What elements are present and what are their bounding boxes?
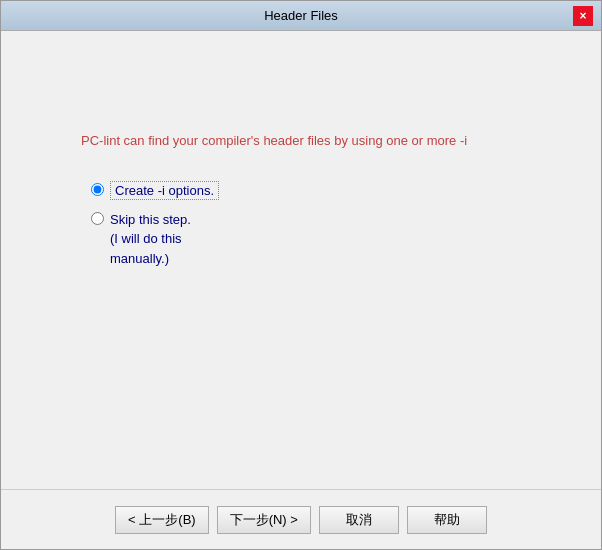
cancel-button[interactable]: 取消 xyxy=(319,506,399,534)
close-button[interactable]: × xyxy=(573,6,593,26)
help-button[interactable]: 帮助 xyxy=(407,506,487,534)
option2-label[interactable]: Skip this step. (I will do this manually… xyxy=(91,210,521,269)
description-text: PC-lint can find your compiler's header … xyxy=(81,131,521,151)
options-container: Create -i options. Skip this step. (I wi… xyxy=(91,181,521,269)
next-button[interactable]: 下一步(N) > xyxy=(217,506,311,534)
window-title: Header Files xyxy=(29,8,573,23)
option2-text: Skip this step. (I will do this manually… xyxy=(110,210,191,269)
option2-radio[interactable] xyxy=(91,212,104,225)
footer: < 上一步(B) 下一步(N) > 取消 帮助 xyxy=(1,489,601,549)
option1-text: Create -i options. xyxy=(110,181,219,200)
option1-radio[interactable] xyxy=(91,183,104,196)
back-button[interactable]: < 上一步(B) xyxy=(115,506,209,534)
option1-label[interactable]: Create -i options. xyxy=(91,181,521,200)
title-bar: Header Files × xyxy=(1,1,601,31)
dialog-window: Header Files × PC-lint can find your com… xyxy=(0,0,602,550)
content-area: PC-lint can find your compiler's header … xyxy=(1,31,601,489)
